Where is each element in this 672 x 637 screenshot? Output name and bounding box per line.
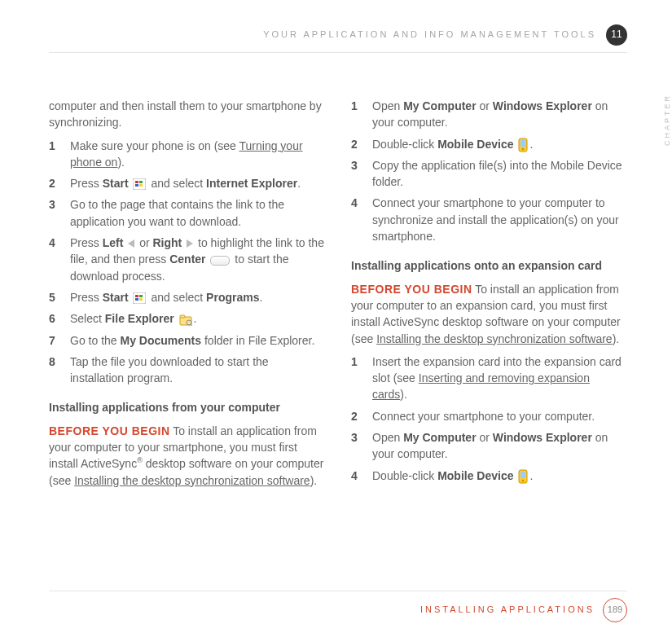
section-heading: Installing applications onto an expansio… [351,257,627,274]
start-icon [133,178,146,190]
step-number: 4 [351,468,362,484]
step-number: 2 [351,136,362,152]
right-arrow-icon [187,239,193,248]
svg-rect-2 [139,181,143,183]
svg-rect-6 [135,295,138,297]
svg-rect-9 [139,298,143,301]
step-number: 1 [351,98,362,114]
mobile-device-icon [518,138,528,152]
step-body: Insert the expansion card into the expan… [372,354,627,403]
page-number-badge: 189 [603,598,627,622]
step-body: Press Left or Right to highlight the lin… [70,235,325,284]
step-body: Press Start and select Programs. [70,289,325,305]
step-number: 1 [351,354,362,370]
page-header: YOUR APPLICATION AND INFO MANAGEMENT TOO… [49,24,627,53]
step-body: Go to the page that contains the link to… [70,196,325,230]
page-footer: INSTALLING APPLICATIONS 189 [49,591,627,622]
right-column: 1 Open My Computer or Windows Explorer o… [351,98,627,495]
step-body: Press Start and select Internet Explorer… [70,175,325,191]
step-number: 7 [49,332,60,349]
mobile-device-icon [518,469,528,484]
left-column: computer and then install them to your s… [49,98,325,495]
footer-label: INSTALLING APPLICATIONS [420,604,595,617]
svg-point-19 [522,479,525,481]
svg-rect-3 [135,184,138,187]
before-label: BEFORE YOU BEGIN [49,424,170,437]
step-number: 3 [49,196,60,213]
link-install-desktop-sync[interactable]: Installing the desktop synchronization s… [376,332,613,345]
step-number: 5 [49,289,60,305]
left-steps-list: 1 Make sure your phone is on (see Turnin… [49,138,325,387]
intro-text: computer and then install them to your s… [49,98,325,131]
step-number: 3 [351,157,362,174]
step-body: Open My Computer or Windows Explorer on … [372,429,627,463]
step-number: 2 [351,408,362,424]
center-button-icon [210,256,230,266]
file-explorer-icon [179,314,192,326]
step-body: Double-click Mobile Device . [372,136,627,152]
step-number: 2 [49,175,60,191]
step-body: Copy the application file(s) into the Mo… [372,157,627,191]
right-steps-list-2: 1 Insert the expansion card into the exp… [351,354,627,484]
right-steps-list-1: 1 Open My Computer or Windows Explorer o… [351,98,627,244]
step-body: Double-click Mobile Device . [372,468,627,484]
svg-point-16 [522,147,525,150]
left-arrow-icon [128,239,134,248]
step-number: 3 [351,429,362,446]
svg-line-13 [191,324,192,326]
step-body: Connect your smartphone to your computer… [372,408,627,424]
step-number: 8 [49,354,60,370]
step-body: Select File Explorer . [70,310,325,327]
chapter-number-badge: 11 [606,24,627,46]
svg-rect-15 [520,140,525,147]
link-install-desktop-sync[interactable]: Installing the desktop synchronization s… [74,474,310,487]
before-label: BEFORE YOU BEGIN [351,283,472,296]
step-body: Tap the file you downloaded to start the… [70,354,325,387]
svg-rect-18 [520,472,525,478]
svg-rect-1 [135,181,138,183]
step-body: Connect your smartphone to your computer… [372,195,627,244]
step-number: 1 [49,138,60,154]
step-body: Open My Computer or Windows Explorer on … [372,98,627,131]
step-body: Make sure your phone is on (see Turning … [70,138,325,171]
svg-rect-8 [135,298,138,301]
svg-rect-4 [139,184,143,187]
step-number: 6 [49,310,60,327]
svg-rect-11 [180,315,185,318]
before-you-begin: BEFORE YOU BEGIN To install an applicati… [49,423,325,489]
header-label: YOUR APPLICATION AND INFO MANAGEMENT TOO… [263,29,596,42]
svg-rect-7 [139,295,143,297]
step-body: Go to the My Documents folder in File Ex… [70,332,325,349]
section-heading: Installing applications from your comput… [49,399,325,415]
start-icon [133,292,146,304]
step-number: 4 [49,235,60,251]
chapter-side-label: CHAPTER [662,94,672,146]
step-number: 4 [351,195,362,211]
before-you-begin: BEFORE YOU BEGIN To install an applicati… [351,281,627,347]
